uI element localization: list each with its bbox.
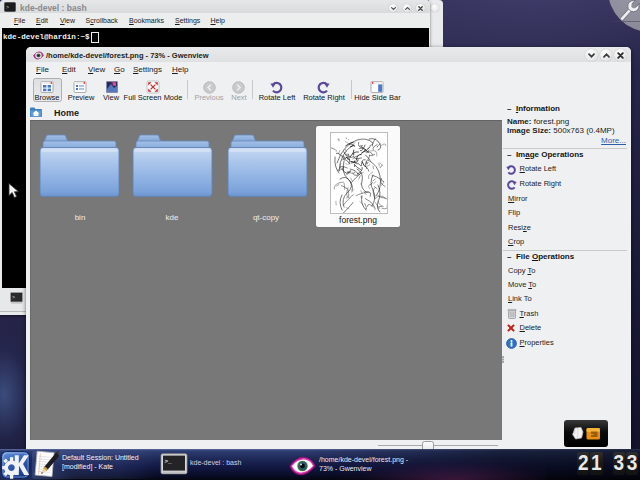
svg-text:>: > xyxy=(12,295,15,301)
svg-text:>: > xyxy=(6,4,9,10)
svg-text:>_: >_ xyxy=(165,457,173,464)
